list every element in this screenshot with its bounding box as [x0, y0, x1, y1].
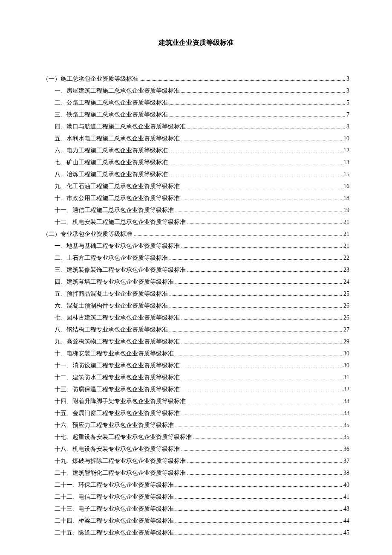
toc-entry: 十六、预应力工程专业承包企业资质等级标准35: [43, 419, 349, 431]
toc-label: 四、建筑幕墙工程专业承包企业资质等级标准: [55, 276, 174, 288]
toc-page-number: 27: [343, 324, 349, 336]
toc-label: 十二、建筑防水工程专业承包企业资质等级标准: [55, 372, 180, 384]
toc-leader-dots: [170, 148, 342, 152]
toc-entry: 十九、爆破与拆除工程专业承包企业资质等级标准37: [43, 455, 349, 467]
toc-page-number: 30: [343, 348, 349, 360]
toc-page-number: 3: [346, 85, 349, 97]
table-of-contents: （一）施工总承包企业资质等级标准3一、房屋建筑工程施工总承包企业资质等级标准3二…: [43, 73, 349, 539]
toc-page-number: 30: [343, 360, 349, 372]
toc-leader-dots: [176, 482, 342, 487]
toc-page-number: 26: [343, 300, 349, 312]
toc-page-number: 16: [343, 180, 349, 192]
toc-leader-dots: [182, 195, 342, 200]
toc-page-number: 33: [343, 407, 349, 419]
toc-entry: 十四、附着升降脚手架专业承包企业资质等级标准33: [43, 395, 349, 407]
toc-page-number: 10: [343, 133, 349, 145]
toc-entry: 十一、通信工程施工总承包企业资质等级标准19: [43, 204, 349, 216]
toc-entry: 一、地基与基础工程专业承包企业资质等级标准21: [43, 240, 349, 252]
toc-label: 十一、通信工程施工总承包企业资质等级标准: [55, 204, 174, 216]
toc-leader-dots: [176, 506, 342, 511]
toc-leader-dots: [182, 375, 342, 379]
toc-leader-dots: [182, 446, 342, 451]
toc-label: 十一、消防设施工程专业承包企业资质等级标准: [55, 360, 180, 372]
toc-label: 三、铁路工程施工总承包企业资质等级标准: [55, 109, 168, 121]
toc-leader-dots: [193, 434, 342, 439]
toc-page-number: 22: [343, 252, 349, 264]
toc-page-number: 33: [343, 395, 349, 407]
toc-entry: （二）专业承包企业资质等级标准21: [43, 228, 349, 240]
toc-leader-dots: [182, 363, 342, 367]
toc-page-number: 43: [343, 503, 349, 515]
toc-entry: 七、园林古建筑工程专业承包企业资质等级标准26: [43, 312, 349, 324]
toc-entry: 二、土石方工程专业承包企业资质等级标准22: [43, 252, 349, 264]
toc-entry: 二十四、桥梁工程专业承包企业资质等级标准44: [43, 515, 349, 527]
toc-page-number: 8: [346, 121, 349, 133]
toc-leader-dots: [187, 470, 342, 475]
toc-entry: 二十二、电信工程专业承包企业资质等级标准41: [43, 491, 349, 503]
toc-label: 五、预拌商品混凝土专业企业资质等级标准: [55, 288, 168, 300]
toc-entry: 八、冶炼工程施工总承包企业资质等级标准15: [43, 169, 349, 180]
toc-page-number: 12: [343, 145, 349, 157]
toc-leader-dots: [182, 410, 342, 415]
toc-leader-dots: [182, 136, 342, 140]
toc-entry: 二十、建筑智能化工程专业承包企业资质等级标准38: [43, 467, 349, 479]
toc-label: 五、水利水电工程施工总承包企业资质等级标准: [55, 133, 180, 145]
toc-page-number: 41: [343, 491, 349, 503]
toc-leader-dots: [187, 458, 342, 463]
toc-leader-dots: [176, 494, 342, 499]
toc-label: 二十一、环保工程专业承包企业资质等级标准: [55, 479, 174, 491]
toc-entry: 五、水利水电工程施工总承包企业资质等级标准10: [43, 133, 349, 145]
toc-label: 二十四、桥梁工程专业承包企业资质等级标准: [55, 515, 174, 527]
toc-page-number: 21: [343, 240, 349, 252]
toc-label: 二、公路工程施工总承包企业资质等级标准: [55, 97, 168, 109]
toc-label: 八、冶炼工程施工总承包企业资质等级标准: [55, 169, 168, 180]
toc-leader-dots: [140, 76, 345, 81]
toc-entry: 十、市政公用工程施工总承包企业资质等级标准18: [43, 192, 349, 204]
toc-leader-dots: [176, 207, 342, 212]
toc-entry: 二十一、环保工程专业承包企业资质等级标准40: [43, 479, 349, 491]
toc-entry: 二、公路工程施工总承包企业资质等级标准5: [43, 97, 349, 109]
toc-label: 十九、爆破与拆除工程专业承包企业资质等级标准: [55, 455, 186, 467]
toc-entry: 十八、机电设备安装专业承包企业资质等级标准36: [43, 443, 349, 455]
toc-label: 一、房屋建筑工程施工总承包企业资质等级标准: [55, 85, 180, 97]
toc-page-number: 7: [346, 109, 349, 121]
toc-entry: 十七、起重设备安装工程专业承包企业资质等级标准35: [43, 431, 349, 443]
toc-leader-dots: [187, 124, 345, 128]
toc-leader-dots: [182, 386, 342, 391]
toc-entry: 三、建筑装修装饰工程专业承包企业资质等级标准23: [43, 264, 349, 276]
toc-label: 八、钢结构工程专业承包企业资质等级标准: [55, 324, 168, 336]
toc-entry: 二十三、电子工程专业承包企业资质等级标准43: [43, 503, 349, 515]
toc-leader-dots: [182, 339, 342, 343]
toc-page-number: 37: [343, 455, 349, 467]
toc-entry: 一、房屋建筑工程施工总承包企业资质等级标准3: [43, 85, 349, 97]
toc-page-number: 23: [343, 264, 349, 276]
toc-page-number: 32: [343, 384, 349, 395]
toc-leader-dots: [134, 231, 342, 236]
toc-leader-dots: [176, 279, 342, 284]
toc-label: 一、地基与基础工程专业承包企业资质等级标准: [55, 240, 180, 252]
toc-entry: 六、电力工程施工总承包企业资质等级标准12: [43, 145, 349, 157]
toc-label: 十七、起重设备安装工程专业承包企业资质等级标准: [55, 431, 192, 443]
toc-leader-dots: [176, 422, 342, 427]
toc-page-number: 38: [343, 467, 349, 479]
toc-leader-dots: [187, 398, 342, 403]
toc-page-number: 44: [343, 515, 349, 527]
toc-entry: 九、化工石油工程施工总承包企业资质等级标准16: [43, 180, 349, 192]
toc-leader-dots: [182, 315, 342, 320]
toc-label: 十三、防腐保温工程专业承包企业资质等级标准: [55, 384, 180, 395]
page-title: 建筑业企业资质等级标准: [43, 38, 349, 47]
toc-leader-dots: [170, 112, 345, 116]
toc-leader-dots: [170, 291, 342, 296]
toc-page-number: 25: [343, 288, 349, 300]
toc-label: 十八、机电设备安装专业承包企业资质等级标准: [55, 443, 180, 455]
toc-label: 二十五、隧道工程专业承包企业资质等级标准: [55, 527, 174, 539]
toc-entry: 十五、金属门窗工程专业承包企业资质等级标准33: [43, 407, 349, 419]
toc-entry: 十二、建筑防水工程专业承包企业资质等级标准31: [43, 372, 349, 384]
toc-entry: 十二、机电安装工程施工总承包企业资质等级标准21: [43, 216, 349, 228]
toc-entry: 十一、消防设施工程专业承包企业资质等级标准30: [43, 360, 349, 372]
toc-page-number: 31: [343, 372, 349, 384]
toc-page-number: 5: [346, 97, 349, 109]
toc-entry: 十、电梯安装工程专业承包企业资质等级标准30: [43, 348, 349, 360]
toc-page-number: 19: [343, 204, 349, 216]
toc-page-number: 36: [343, 443, 349, 455]
